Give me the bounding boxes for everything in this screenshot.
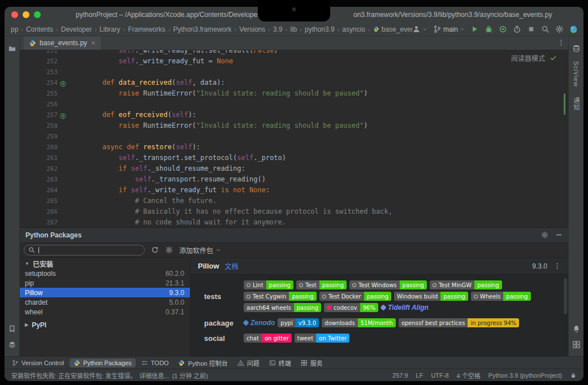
code-text: self._write_ready_fut = None [86,56,233,67]
breadcrumb-item-frameworks[interactable]: Frameworks [126,25,167,34]
tool-window-button-todo[interactable]: TODO [137,358,173,367]
status-item-lf[interactable]: LF [416,372,423,379]
badge-logo-icon [474,295,478,299]
badge-downloads[interactable]: downloads51M/month [322,318,396,327]
badge-test-docker[interactable]: Test Dockerpassing [319,292,391,301]
breadcrumb-item-base-events-py[interactable]: base_events.py [371,25,412,34]
git-branch-button[interactable]: main [433,25,465,33]
tool-window-button-python[interactable]: Python 控制台 [174,357,231,369]
tool-window-button-version-control[interactable]: Version Control [8,358,68,367]
hide-panel-icon[interactable] [555,231,563,239]
sidebar-item-sciview[interactable]: SciView [573,61,580,87]
minimize-window-button[interactable] [23,11,29,18]
breadcrumb-item-3-9[interactable]: 3.9 [271,25,284,34]
logo-mark [243,319,249,326]
stop-button[interactable] [527,25,535,33]
badge-test-cygwin[interactable]: Test Cygwinpassing [244,292,317,301]
tool-window-button-[interactable]: 服务 [297,357,327,369]
run-with-coverage-button[interactable] [499,25,507,33]
badge-test-mingw[interactable]: Test MinGWpassing [430,280,502,289]
add-package-button[interactable]: 添加软件包 [179,245,221,255]
reload-packages-icon[interactable] [151,246,159,254]
package-row-pillow[interactable]: Pillow9.3.0 [20,288,190,297]
breadcrumb-item-library[interactable]: Library [98,25,122,34]
gutter-slot [58,142,86,153]
package-row-chardet[interactable]: chardet5.0.0 [20,297,190,307]
line-number: 255 [20,88,58,99]
code-editor[interactable]: 251 self._write_ready_fut.set_result(Fal… [20,50,568,227]
code-with-me-button[interactable] [569,25,578,33]
profiler-button[interactable] [513,25,521,33]
packages-options-icon[interactable] [165,246,173,254]
badge-test[interactable]: Testpassing [296,280,347,289]
tool-window-button-[interactable]: 问题 [234,357,263,369]
badge-pypi[interactable]: pypiv9.3.0 [278,318,319,327]
breadcrumb-item-python3-framework[interactable]: Python3.framework [171,25,233,34]
debug-button[interactable] [485,25,493,33]
details-link[interactable]: 详细信息... [139,371,169,380]
package-version[interactable]: 9.3.0 [532,262,547,270]
package-search-input[interactable] [24,245,145,256]
tool-window-button-python-packages[interactable]: Python Packages [70,358,136,367]
docs-link[interactable]: 文档 [225,261,239,271]
inspections-ok-icon[interactable] [550,54,557,62]
gear-icon [555,25,564,33]
breadcrumb-item-lib[interactable]: lib [288,25,299,34]
profiler-icon [513,25,521,33]
package-more-icon[interactable] [554,262,561,270]
status-item-python-3-9-pythonproject[interactable]: Python 3.9 (pythonProject) [488,372,562,379]
readonly-lock-icon[interactable] [570,372,577,379]
breadcrumb-item-pp[interactable]: pp [9,25,20,34]
badge-windows-build[interactable]: Windows buildpassing [394,292,468,301]
packages-settings-icon[interactable] [541,231,548,239]
account-button[interactable] [412,25,427,33]
dependencies-icon[interactable] [570,338,582,351]
breadcrumb-item-python3-9[interactable]: python3.9 [303,25,336,34]
detail-scrollbar[interactable] [564,278,567,314]
database-icon[interactable] [570,42,582,54]
badge-test-windows[interactable]: Test Windowspassing [349,280,427,289]
code-line-264: 264 if self._write_ready_fut is not None… [20,185,560,196]
reader-mode-widget[interactable]: 阅读器模式 [511,53,557,63]
package-row-pip[interactable]: pip21.3.1 [20,278,190,288]
sidebar-item-notifications[interactable]: 通知 [572,97,581,111]
breadcrumb-item-developer[interactable]: Developer [59,25,94,34]
section-label-social: social [204,334,244,343]
project-icon[interactable] [6,42,18,54]
badge-lint[interactable]: Lintpassing [244,280,293,289]
close-tab-icon[interactable] [90,40,96,46]
breadcrumb-item-asyncio[interactable]: asyncio [340,25,367,34]
tool-window-button-[interactable]: 终端 [265,357,295,369]
zoom-window-button[interactable] [34,11,41,18]
badge-wheels[interactable]: Wheelspassing [471,292,531,301]
status-item-257-9[interactable]: 257:9 [392,372,408,379]
settings-button[interactable] [555,25,564,33]
badge-tweet[interactable]: tweeton Twitter [295,334,349,343]
structure-icon[interactable] [6,338,18,351]
badge-chat[interactable]: chaton gitter [244,334,292,343]
breadcrumb-item-contents[interactable]: Contents [24,25,55,34]
bookmarks-icon[interactable] [6,322,18,335]
tab-base-events[interactable]: base_events.py [24,36,102,50]
badge-tidelift-align[interactable]: Tidelift Align [381,304,429,312]
window-controls [5,11,46,18]
badge-codecov[interactable]: codecov96% [324,303,378,312]
badge-zenodo[interactable]: Zenodo [244,319,275,327]
status-item-4[interactable]: 4 个空格 [457,371,481,380]
package-row-wheel[interactable]: wheel0.37.1 [20,307,190,317]
tab-options-icon[interactable] [557,39,565,46]
badge-aarch64-wheels[interactable]: aarch64 wheelspassing [244,303,321,312]
gutter-slot [58,110,86,120]
search-everywhere-button[interactable] [541,25,550,33]
notifications-icon-icon[interactable] [570,322,582,335]
badge-openssf-best-practices[interactable]: openssf best practicesin progress 94% [399,318,519,327]
close-window-button[interactable] [11,11,18,18]
breadcrumb-item-versions[interactable]: Versions [237,25,267,34]
code-line-255: 255 raise RuntimeError("Invalid state: r… [20,88,560,99]
status-item-utf-8[interactable]: UTF-8 [431,372,448,379]
package-row-setuptools[interactable]: setuptools60.2.0 [20,269,190,278]
pypi-section-row[interactable]: ▶ PyPI [20,320,190,330]
run-button[interactable] [470,25,479,33]
gutter-slot [58,196,86,206]
installed-section-row[interactable]: ▼ 已安装 [20,259,190,269]
